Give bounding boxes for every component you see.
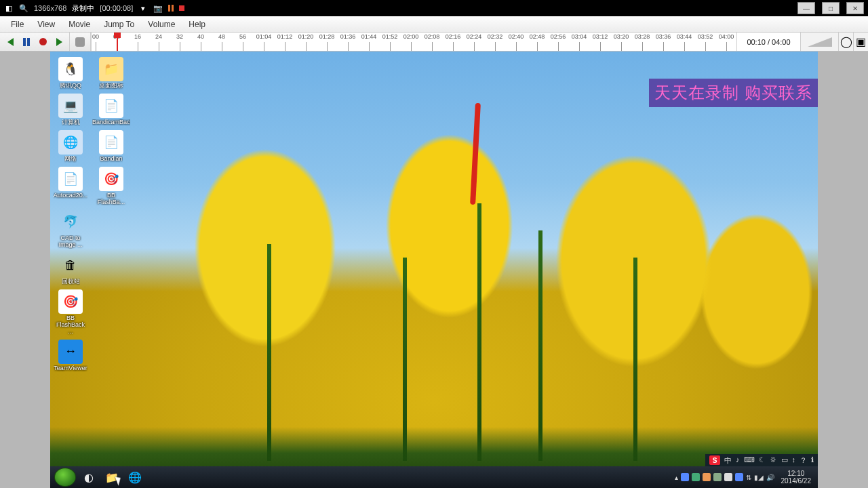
- icon-label: 回收站: [62, 279, 80, 285]
- menu-help[interactable]: Help: [182, 18, 212, 31]
- app-icon: 🐧: [58, 57, 83, 81]
- menu-view[interactable]: View: [31, 18, 62, 31]
- network-icon[interactable]: ⇅: [746, 474, 751, 481]
- close-button[interactable]: ✕: [846, 2, 864, 14]
- desktop-icon[interactable]: 📄BandicamBack: [94, 94, 129, 126]
- lang-bar-item[interactable]: ▭: [781, 455, 788, 466]
- toolbar: 000816243240485601:0401:1201:2001:2801:3…: [0, 33, 868, 52]
- app-icon: 🌐: [58, 130, 83, 155]
- app-icon: 🎯: [58, 289, 83, 314]
- taskbar: ◐📁🌐 ▴ ⇅ ▮◢ 🔊 12:102014/6/22: [50, 466, 818, 488]
- tray-icon[interactable]: [703, 473, 711, 481]
- taskbar-pin[interactable]: 🌐: [125, 468, 145, 486]
- tray-icon[interactable]: [681, 473, 689, 481]
- tray-icon[interactable]: [735, 473, 743, 481]
- minimize-button[interactable]: —: [797, 2, 815, 14]
- ime-s-icon[interactable]: S: [709, 455, 720, 465]
- desktop-icon[interactable]: 📄Autocad20...: [53, 167, 88, 206]
- tray-icon[interactable]: [713, 473, 722, 481]
- lang-bar-item[interactable]: ⌨: [744, 455, 755, 466]
- resolution-text: 1366x768: [34, 4, 66, 12]
- desktop-icon[interactable]: 📁桌面图标: [94, 57, 129, 89]
- desktop-icon[interactable]: 🎯BB FlashBack ...: [53, 289, 88, 336]
- volume-icon[interactable]: 🔊: [766, 474, 774, 481]
- volume-slider[interactable]: [800, 33, 838, 51]
- app-icon: ↔: [58, 340, 83, 364]
- desktop-icon[interactable]: 🎯BB FlashBa...: [94, 167, 129, 206]
- icon-label: 计算机: [62, 119, 80, 126]
- recording-status: 录制中: [72, 3, 94, 14]
- lang-bar-item[interactable]: ？: [800, 455, 807, 466]
- tray-clock[interactable]: 12:102014/6/22: [781, 470, 812, 485]
- taskbar-pin[interactable]: ◐: [79, 468, 99, 486]
- dropdown-icon[interactable]: ▾: [138, 3, 148, 13]
- icon-label: BB FlashBack ...: [53, 315, 88, 336]
- icon-label: 网络: [64, 156, 77, 163]
- desktop-icon[interactable]: 🗑回收站: [53, 253, 88, 285]
- lang-bar-item[interactable]: ↕: [792, 455, 796, 466]
- lang-bar-item[interactable]: ⛭: [770, 455, 777, 466]
- app-icon: 💻: [58, 94, 83, 118]
- window-icon: ◧: [4, 3, 14, 13]
- icon-label: Bandlan: [100, 156, 122, 163]
- desktop-icon[interactable]: 🐬CAD to Image ...: [53, 209, 88, 249]
- lang-bar-item[interactable]: ℹ: [811, 455, 814, 466]
- icon-label: BB FlashBa...: [94, 192, 129, 206]
- app-icon: 🗑: [58, 253, 83, 277]
- tray-icon[interactable]: [724, 473, 732, 481]
- desktop-icons: 🐧腾讯QQ📁桌面图标💻计算机📄BandicamBack🌐网络📄Bandlan📄A…: [53, 57, 129, 372]
- maximize-button[interactable]: □: [822, 2, 840, 14]
- time-display: 00:10 / 04:00: [736, 33, 800, 51]
- step-back-button[interactable]: [3, 35, 18, 49]
- tray-icon[interactable]: [692, 473, 700, 481]
- icon-label: 桌面图标: [99, 83, 123, 89]
- magnifier-icon[interactable]: 🔍: [19, 3, 28, 13]
- playhead[interactable]: [117, 33, 118, 51]
- desktop-icon[interactable]: 📄Bandlan: [94, 130, 129, 163]
- desktop-icon[interactable]: 💻计算机: [53, 94, 88, 126]
- fullscreen-icon[interactable]: ▣: [853, 33, 868, 51]
- timeline-ruler[interactable]: 000816243240485601:0401:1201:2001:2801:3…: [91, 33, 736, 51]
- step-forward-button[interactable]: [52, 35, 66, 49]
- recorder-pause-button[interactable]: [168, 5, 174, 12]
- pause-button[interactable]: [19, 35, 34, 49]
- preview-viewport: 天天在录制 购买联系 🐧腾讯QQ📁桌面图标💻计算机📄BandicamBack🌐网…: [0, 52, 868, 488]
- desktop-icon[interactable]: 🌐网络: [53, 130, 88, 163]
- captured-screen: 天天在录制 购买联系 🐧腾讯QQ📁桌面图标💻计算机📄BandicamBack🌐网…: [50, 52, 818, 488]
- lang-bar-item[interactable]: 中: [724, 455, 732, 466]
- wallpaper: [50, 52, 818, 488]
- tray-arrow-icon[interactable]: ▴: [675, 474, 678, 481]
- elapsed-time: [00:00:08]: [100, 4, 133, 12]
- menu-movie[interactable]: Movie: [62, 18, 97, 31]
- mic-button[interactable]: [73, 35, 87, 49]
- record-button[interactable]: [35, 35, 50, 49]
- icon-label: CAD to Image ...: [53, 235, 88, 249]
- lang-bar-item[interactable]: ☾: [759, 455, 766, 466]
- overlay-banner: 天天在录制 购买联系: [649, 79, 818, 107]
- menu-bar: File View Movie Jump To Volume Help: [0, 16, 868, 33]
- menu-jumpto[interactable]: Jump To: [97, 18, 141, 31]
- settings-icon[interactable]: ◯: [838, 33, 853, 51]
- lang-bar-item[interactable]: ♪: [736, 455, 740, 466]
- app-icon: 🎯: [99, 167, 123, 191]
- icon-label: Autocad20...: [54, 192, 88, 199]
- icon-label: TeamViewer: [54, 365, 87, 372]
- app-icon: 📄: [58, 167, 83, 191]
- camera-icon[interactable]: 📷: [153, 3, 163, 13]
- app-icon: 🐬: [58, 209, 83, 234]
- recorder-stop-button[interactable]: [179, 5, 184, 11]
- menu-volume[interactable]: Volume: [141, 18, 182, 31]
- icon-label: 腾讯QQ: [60, 83, 81, 89]
- start-button[interactable]: [54, 468, 76, 487]
- menu-file[interactable]: File: [4, 18, 31, 31]
- system-tray[interactable]: ▴ ⇅ ▮◢ 🔊 12:102014/6/22: [675, 470, 814, 485]
- desktop-icon[interactable]: 🐧腾讯QQ: [53, 57, 88, 89]
- app-icon: 📁: [99, 57, 123, 81]
- language-bar[interactable]: S 中♪⌨☾⛭▭↕？ℹ: [705, 454, 818, 466]
- wifi-icon[interactable]: ▮◢: [754, 474, 764, 481]
- icon-label: BandicamBack: [92, 119, 130, 126]
- desktop-icon[interactable]: ↔TeamViewer: [53, 340, 88, 372]
- app-icon: 📄: [99, 130, 123, 155]
- app-icon: 📄: [99, 94, 123, 118]
- recorder-bar: ◧ 🔍 1366x768 录制中 [00:00:08] ▾ 📷 — □ ✕: [0, 0, 868, 16]
